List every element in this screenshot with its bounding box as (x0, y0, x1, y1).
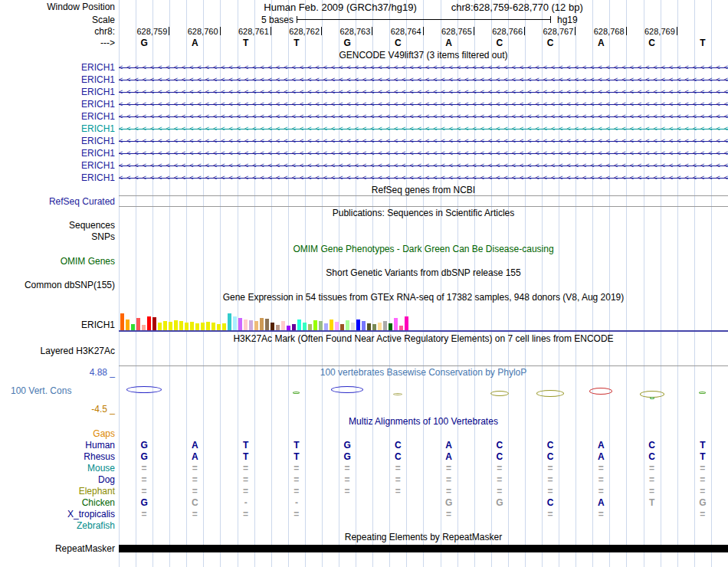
gtex-bar (169, 322, 172, 330)
species-row: Gaps (0, 428, 728, 439)
base-ruler-row[interactable]: ---> GATTGCACCACT (0, 37, 728, 48)
omim-genes-label[interactable]: OMIM Genes (0, 255, 119, 267)
transcript-line[interactable]: <<<<<<<<<<<<<<<<<<<<<<<<<<<<<<<<<<<<<<<<… (119, 86, 728, 98)
species-label-elephant[interactable]: Elephant (0, 485, 119, 497)
gtex-bar (313, 320, 317, 330)
alignment-base: = (119, 463, 169, 474)
transcript-line[interactable]: <<<<<<<<<<<<<<<<<<<<<<<<<<<<<<<<<<<<<<<<… (119, 159, 728, 172)
alignment-base: = (525, 509, 576, 519)
transcript-line[interactable]: <<<<<<<<<<<<<<<<<<<<<<<<<<<<<<<<<<<<<<<<… (119, 172, 728, 184)
genome-browser: Window Position Human Feb. 2009 (GRCh37/… (0, 0, 728, 567)
gtex-bar (206, 322, 210, 330)
transcript-label[interactable]: ERICH1 (0, 110, 119, 123)
gtex-track-title[interactable]: Gene Expression in 54 tissues from GTEx … (119, 290, 728, 303)
conservation-marks[interactable] (119, 379, 728, 403)
dbsnp-track-title[interactable]: Short Genetic Variants from dbSNP releas… (119, 267, 728, 279)
species-label-gaps[interactable]: Gaps (0, 428, 119, 439)
transcript-label[interactable]: ERICH1 (0, 61, 119, 74)
transcript-label[interactable]: ERICH1 (0, 172, 119, 184)
omim-track-title[interactable]: OMIM Gene Phenotypes - Dark Green Can Be… (119, 242, 728, 255)
publications-track-title[interactable]: Publications: Sequences in Scientific Ar… (119, 206, 728, 219)
omim-genes-row: OMIM Genes (0, 255, 728, 267)
species-label-mouse[interactable]: Mouse (0, 462, 119, 474)
gtex-bar (356, 320, 360, 330)
alignment-base: = (221, 509, 271, 519)
conservation-label[interactable]: 100 Vert. Cons (0, 379, 119, 403)
gtex-chart[interactable] (119, 303, 728, 332)
h3k27ac-label[interactable]: Layered H3K27Ac (0, 345, 119, 356)
base-letter: C (525, 38, 576, 48)
h3k27ac-track-title[interactable]: H3K27Ac Mark (Often Found Near Active Re… (119, 332, 728, 345)
gtex-chart-row: ERICH1 (0, 303, 728, 332)
repeatmasker-track-title[interactable]: Repeating Elements by RepeatMasker (119, 531, 728, 543)
gtex-bar (147, 316, 151, 330)
snps-label[interactable]: SNPs (0, 231, 119, 242)
position-number: 628,765 (441, 27, 472, 36)
repeatmasker-label[interactable]: RepeatMasker (0, 543, 119, 554)
base-letter: T (221, 38, 271, 48)
species-label-x_tropicalis[interactable]: X_tropicalis (0, 508, 119, 519)
transcript-row: ERICH1<<<<<<<<<<<<<<<<<<<<<<<<<<<<<<<<<<… (0, 61, 728, 74)
alignment-base: = (372, 486, 423, 497)
alignment-base: = (677, 486, 728, 497)
transcript-row: ERICH1<<<<<<<<<<<<<<<<<<<<<<<<<<<<<<<<<<… (0, 98, 728, 110)
transcript-line[interactable]: <<<<<<<<<<<<<<<<<<<<<<<<<<<<<<<<<<<<<<<<… (119, 98, 728, 110)
conservation-mark (126, 386, 162, 393)
transcript-label[interactable]: ERICH1 (0, 123, 119, 135)
window-position-label: Window Position (0, 0, 119, 14)
position-ruler-row[interactable]: chr8: 628,759628,760628,761628,762628,76… (0, 25, 728, 37)
position-label: 628,766 (474, 25, 525, 37)
transcript-label[interactable]: ERICH1 (0, 98, 119, 110)
gtex-bar (372, 324, 376, 330)
alignment-base: = (271, 486, 322, 497)
transcript-line[interactable]: <<<<<<<<<<<<<<<<<<<<<<<<<<<<<<<<<<<<<<<<… (119, 74, 728, 86)
transcript-line[interactable]: <<<<<<<<<<<<<<<<<<<<<<<<<<<<<<<<<<<<<<<<… (119, 135, 728, 147)
gtex-bar (330, 320, 333, 330)
gencode-track-title[interactable]: GENCODE V49lift37 (3 items filtered out) (119, 48, 728, 61)
refseq-curated-track[interactable] (119, 195, 728, 207)
alignment-base: = (169, 509, 220, 519)
window-position-row: Window Position Human Feb. 2009 (GRCh37/… (0, 0, 728, 14)
gtex-bar (335, 322, 339, 330)
species-row: RhesusGATTGCACCACT (0, 451, 728, 462)
refseq-curated-label[interactable]: RefSeq Curated (0, 196, 119, 206)
transcript-line[interactable]: <<<<<<<<<<<<<<<<<<<<<<<<<<<<<<<<<<<<<<<<… (119, 61, 728, 74)
repeatmasker-bar[interactable] (119, 545, 728, 552)
gtex-bar (319, 321, 323, 330)
gtex-bar (271, 323, 274, 330)
chrom-label: chr8: (0, 25, 119, 37)
dbsnp-label[interactable]: Common dbSNP(155) (0, 279, 119, 290)
position-number: 628,761 (238, 27, 269, 36)
transcript-label[interactable]: ERICH1 (0, 159, 119, 172)
transcript-label[interactable]: ERICH1 (0, 86, 119, 98)
dbsnp-track (119, 279, 728, 290)
transcript-label[interactable]: ERICH1 (0, 147, 119, 159)
transcript-label[interactable]: ERICH1 (0, 74, 119, 86)
gtex-bar (287, 326, 290, 330)
transcript-label[interactable]: ERICH1 (0, 135, 119, 147)
species-row: Mouse============ (0, 462, 728, 474)
conservation-mark (650, 397, 654, 399)
refseq-track-title[interactable]: RefSeq genes from NCBI (119, 184, 728, 196)
transcript-line[interactable]: <<<<<<<<<<<<<<<<<<<<<<<<<<<<<<<<<<<<<<<<… (119, 147, 728, 159)
species-label-zebrafish[interactable]: Zebrafish (0, 519, 119, 531)
position-label: 628,761 (221, 25, 271, 37)
repeatmasker-title-row: Repeating Elements by RepeatMasker (0, 531, 728, 543)
species-bases: ============ (119, 462, 728, 474)
alignment-base: G (322, 440, 372, 451)
sequences-label[interactable]: Sequences (0, 219, 119, 231)
gtex-bar (120, 313, 124, 330)
species-label-human[interactable]: Human (0, 439, 119, 451)
assembly-name: hg19 (557, 15, 578, 25)
gtex-gene-label[interactable]: ERICH1 (0, 303, 119, 332)
alignment-base: = (322, 463, 372, 474)
transcript-line[interactable]: <<<<<<<<<<<<<<<<<<<<<<<<<<<<<<<<<<<<<<<<… (119, 123, 728, 135)
multiz-track-title[interactable]: Multiz Alignments of 100 Vertebrates (119, 415, 728, 428)
species-label-chicken[interactable]: Chicken (0, 497, 119, 508)
position-number: 628,759 (136, 27, 167, 36)
species-label-dog[interactable]: Dog (0, 474, 119, 485)
conservation-track-title[interactable]: 100 vertebrates Basewise Conservation by… (119, 365, 728, 379)
alignment-base: G (119, 440, 169, 451)
transcript-line[interactable]: <<<<<<<<<<<<<<<<<<<<<<<<<<<<<<<<<<<<<<<<… (119, 110, 728, 123)
species-label-rhesus[interactable]: Rhesus (0, 451, 119, 462)
